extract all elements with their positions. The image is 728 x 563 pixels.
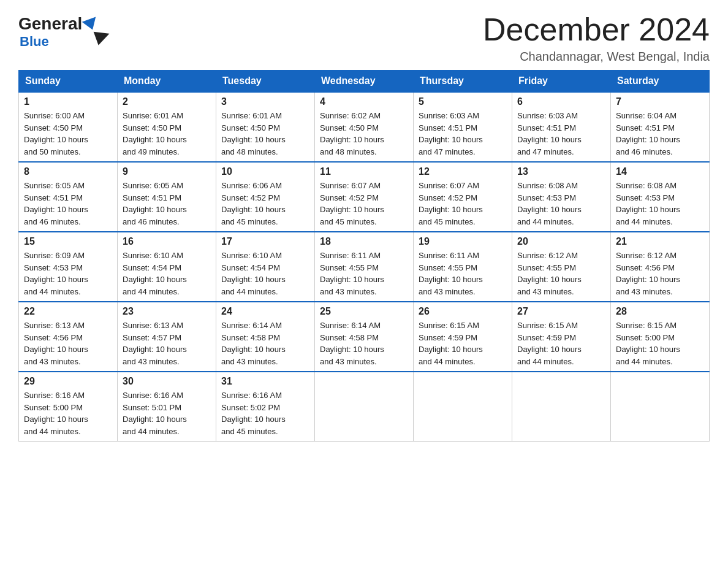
day-number: 11	[320, 166, 408, 177]
calendar-cell: 21 Sunrise: 6:12 AM Sunset: 4:56 PM Dayl…	[611, 232, 710, 302]
day-number: 30	[123, 376, 211, 387]
day-info: Sunrise: 6:11 AM Sunset: 4:55 PM Dayligh…	[419, 250, 507, 297]
day-number: 6	[517, 96, 605, 107]
logo-general-text: General	[18, 15, 82, 33]
day-number: 15	[24, 236, 112, 247]
day-info: Sunrise: 6:03 AM Sunset: 4:51 PM Dayligh…	[419, 110, 507, 158]
day-number: 20	[517, 236, 605, 247]
calendar-cell: 16 Sunrise: 6:10 AM Sunset: 4:54 PM Dayl…	[118, 232, 216, 302]
day-info: Sunrise: 6:07 AM Sunset: 4:52 PM Dayligh…	[419, 180, 507, 228]
calendar-cell: 8 Sunrise: 6:05 AM Sunset: 4:51 PM Dayli…	[19, 162, 118, 232]
calendar-cell: 17 Sunrise: 6:10 AM Sunset: 4:54 PM Dayl…	[216, 232, 315, 302]
logo: General▶ Blue	[18, 12, 98, 50]
day-number: 18	[320, 236, 408, 247]
header-thursday: Thursday	[414, 71, 512, 93]
day-number: 24	[221, 306, 309, 317]
calendar-cell: 6 Sunrise: 6:03 AM Sunset: 4:51 PM Dayli…	[512, 92, 611, 162]
day-number: 14	[616, 166, 704, 177]
header-monday: Monday	[118, 71, 216, 93]
calendar-cell: 19 Sunrise: 6:11 AM Sunset: 4:55 PM Dayl…	[414, 232, 512, 302]
calendar-cell	[414, 372, 512, 442]
day-info: Sunrise: 6:06 AM Sunset: 4:52 PM Dayligh…	[221, 180, 309, 228]
calendar-cell: 13 Sunrise: 6:08 AM Sunset: 4:53 PM Dayl…	[512, 162, 611, 232]
day-number: 26	[419, 306, 507, 317]
day-info: Sunrise: 6:16 AM Sunset: 5:00 PM Dayligh…	[24, 389, 112, 437]
calendar-cell: 25 Sunrise: 6:14 AM Sunset: 4:58 PM Dayl…	[315, 302, 414, 372]
day-info: Sunrise: 6:16 AM Sunset: 5:01 PM Dayligh…	[123, 389, 211, 437]
day-info: Sunrise: 6:09 AM Sunset: 4:53 PM Dayligh…	[24, 250, 112, 297]
calendar-cell: 1 Sunrise: 6:00 AM Sunset: 4:50 PM Dayli…	[19, 92, 118, 162]
page-header: General▶ Blue December 2024 Chandannagar…	[18, 12, 710, 64]
month-title: December 2024	[483, 12, 710, 47]
calendar-cell: 23 Sunrise: 6:13 AM Sunset: 4:57 PM Dayl…	[118, 302, 216, 372]
day-number: 5	[419, 96, 507, 107]
day-info: Sunrise: 6:14 AM Sunset: 4:58 PM Dayligh…	[320, 320, 408, 367]
calendar-cell: 4 Sunrise: 6:02 AM Sunset: 4:50 PM Dayli…	[315, 92, 414, 162]
day-info: Sunrise: 6:15 AM Sunset: 5:00 PM Dayligh…	[616, 320, 704, 367]
header-tuesday: Tuesday	[216, 71, 315, 93]
calendar-cell: 7 Sunrise: 6:04 AM Sunset: 4:51 PM Dayli…	[611, 92, 710, 162]
day-info: Sunrise: 6:13 AM Sunset: 4:57 PM Dayligh…	[123, 320, 211, 367]
day-info: Sunrise: 6:16 AM Sunset: 5:02 PM Dayligh…	[221, 389, 309, 437]
day-info: Sunrise: 6:10 AM Sunset: 4:54 PM Dayligh…	[221, 250, 309, 297]
calendar-cell	[512, 372, 611, 442]
day-info: Sunrise: 6:12 AM Sunset: 4:55 PM Dayligh…	[517, 250, 605, 297]
week-row-2: 8 Sunrise: 6:05 AM Sunset: 4:51 PM Dayli…	[19, 162, 710, 232]
day-info: Sunrise: 6:12 AM Sunset: 4:56 PM Dayligh…	[616, 250, 704, 297]
week-row-4: 22 Sunrise: 6:13 AM Sunset: 4:56 PM Dayl…	[19, 302, 710, 372]
day-info: Sunrise: 6:08 AM Sunset: 4:53 PM Dayligh…	[517, 180, 605, 228]
week-row-3: 15 Sunrise: 6:09 AM Sunset: 4:53 PM Dayl…	[19, 232, 710, 302]
calendar-cell: 12 Sunrise: 6:07 AM Sunset: 4:52 PM Dayl…	[414, 162, 512, 232]
day-number: 28	[616, 306, 704, 317]
day-info: Sunrise: 6:04 AM Sunset: 4:51 PM Dayligh…	[616, 110, 704, 158]
week-row-1: 1 Sunrise: 6:00 AM Sunset: 4:50 PM Dayli…	[19, 92, 710, 162]
day-number: 29	[24, 376, 112, 387]
day-info: Sunrise: 6:01 AM Sunset: 4:50 PM Dayligh…	[123, 110, 211, 158]
calendar-table: Sunday Monday Tuesday Wednesday Thursday…	[18, 70, 710, 442]
calendar-cell: 9 Sunrise: 6:05 AM Sunset: 4:51 PM Dayli…	[118, 162, 216, 232]
day-number: 22	[24, 306, 112, 317]
day-info: Sunrise: 6:15 AM Sunset: 4:59 PM Dayligh…	[419, 320, 507, 367]
calendar-cell: 10 Sunrise: 6:06 AM Sunset: 4:52 PM Dayl…	[216, 162, 315, 232]
day-number: 21	[616, 236, 704, 247]
day-info: Sunrise: 6:14 AM Sunset: 4:58 PM Dayligh…	[221, 320, 309, 367]
day-info: Sunrise: 6:05 AM Sunset: 4:51 PM Dayligh…	[123, 180, 211, 228]
day-info: Sunrise: 6:10 AM Sunset: 4:54 PM Dayligh…	[123, 250, 211, 297]
day-info: Sunrise: 6:02 AM Sunset: 4:50 PM Dayligh…	[320, 110, 408, 158]
calendar-cell: 18 Sunrise: 6:11 AM Sunset: 4:55 PM Dayl…	[315, 232, 414, 302]
logo-triangle-icon: ▶	[82, 17, 100, 32]
day-number: 1	[24, 96, 112, 107]
day-number: 4	[320, 96, 408, 107]
logo-blue-text: Blue	[18, 34, 49, 50]
day-info: Sunrise: 6:01 AM Sunset: 4:50 PM Dayligh…	[221, 110, 309, 158]
day-number: 9	[123, 166, 211, 177]
header-saturday: Saturday	[611, 71, 710, 93]
day-number: 31	[221, 376, 309, 387]
header-wednesday: Wednesday	[315, 71, 414, 93]
day-number: 7	[616, 96, 704, 107]
calendar-cell: 29 Sunrise: 6:16 AM Sunset: 5:00 PM Dayl…	[19, 372, 118, 442]
calendar-cell: 24 Sunrise: 6:14 AM Sunset: 4:58 PM Dayl…	[216, 302, 315, 372]
day-number: 12	[419, 166, 507, 177]
calendar-cell: 11 Sunrise: 6:07 AM Sunset: 4:52 PM Dayl…	[315, 162, 414, 232]
calendar-cell	[315, 372, 414, 442]
header-sunday: Sunday	[19, 71, 118, 93]
title-area: December 2024 Chandannagar, West Bengal,…	[483, 12, 710, 64]
day-number: 23	[123, 306, 211, 317]
day-info: Sunrise: 6:03 AM Sunset: 4:51 PM Dayligh…	[517, 110, 605, 158]
calendar-cell: 26 Sunrise: 6:15 AM Sunset: 4:59 PM Dayl…	[414, 302, 512, 372]
day-number: 27	[517, 306, 605, 317]
weekday-header-row: Sunday Monday Tuesday Wednesday Thursday…	[19, 71, 710, 93]
calendar-cell: 2 Sunrise: 6:01 AM Sunset: 4:50 PM Dayli…	[118, 92, 216, 162]
calendar-cell: 14 Sunrise: 6:08 AM Sunset: 4:53 PM Dayl…	[611, 162, 710, 232]
day-number: 3	[221, 96, 309, 107]
calendar-cell: 5 Sunrise: 6:03 AM Sunset: 4:51 PM Dayli…	[414, 92, 512, 162]
day-number: 17	[221, 236, 309, 247]
day-info: Sunrise: 6:15 AM Sunset: 4:59 PM Dayligh…	[517, 320, 605, 367]
calendar-cell	[611, 372, 710, 442]
day-info: Sunrise: 6:11 AM Sunset: 4:55 PM Dayligh…	[320, 250, 408, 297]
location-subtitle: Chandannagar, West Bengal, India	[483, 50, 710, 64]
day-info: Sunrise: 6:08 AM Sunset: 4:53 PM Dayligh…	[616, 180, 704, 228]
calendar-cell: 30 Sunrise: 6:16 AM Sunset: 5:01 PM Dayl…	[118, 372, 216, 442]
calendar-cell: 22 Sunrise: 6:13 AM Sunset: 4:56 PM Dayl…	[19, 302, 118, 372]
